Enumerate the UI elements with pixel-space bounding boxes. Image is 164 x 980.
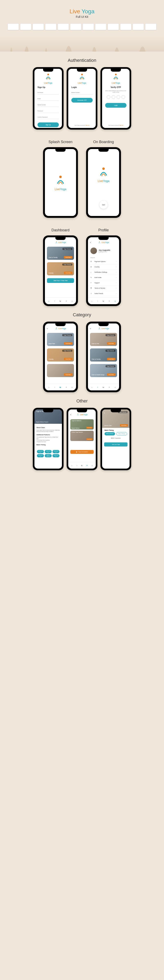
nav-profile-icon[interactable]: ☺ [71, 299, 74, 302]
nav-home-icon[interactable]: ⌂ [90, 299, 93, 302]
nav-meditate-icon[interactable]: ☯ [80, 464, 84, 467]
svg-point-0 [47, 74, 49, 75]
know-more-button[interactable]: Know More [86, 427, 92, 429]
know-more-button[interactable]: Know More [64, 256, 72, 259]
nav-home-icon[interactable]: ⌂ [47, 385, 50, 389]
dashboard-card[interactable]: Yoga Therapy Obesity Know More [47, 262, 74, 275]
svg-point-5 [56, 241, 57, 242]
name-field[interactable] [37, 91, 59, 95]
join-button[interactable]: Join Live Yoga [104, 442, 127, 447]
free-trial-button[interactable]: Start Your 7 Free Trial [47, 278, 74, 283]
generate-otp-button[interactable]: Generate OTP [71, 98, 93, 103]
nav-more-icon[interactable]: ≡ [108, 299, 111, 302]
category-card[interactable]: Yoga TherapyObesityKnow More [47, 348, 74, 361]
back-icon[interactable]: ‹ [104, 412, 105, 414]
nav-pose-icon[interactable]: ♀ [75, 464, 79, 467]
yoga-silhouettes [0, 35, 164, 52]
footer-link: Don't have an account? Sign Up [68, 123, 96, 128]
nav-profile-icon[interactable]: ☺ [71, 385, 74, 389]
nav-pose-icon[interactable]: ♀ [53, 385, 56, 389]
know-more-button[interactable]: Know More [120, 424, 128, 426]
know-more-button[interactable]: Know More [107, 342, 116, 345]
nav-pose-icon[interactable]: ♀ [53, 299, 56, 302]
support-item[interactable]: ?Support› [88, 280, 119, 286]
know-more-button[interactable]: Know More [64, 342, 72, 345]
know-more-button[interactable]: Know More [107, 358, 116, 360]
know-more-button[interactable]: Know More [64, 272, 72, 274]
country-item[interactable]: ⊕Country› [88, 264, 119, 270]
nav-home-icon[interactable]: ⌂ [70, 464, 73, 467]
nav-meditate-icon[interactable]: ☯ [59, 299, 62, 302]
thumb [120, 24, 132, 30]
signup-link[interactable]: Sign Up [119, 125, 123, 126]
nav-profile-icon[interactable]: ☺ [114, 299, 117, 302]
terms-item[interactable]: ⛨Terms of Service› [88, 286, 119, 291]
dashboard-card[interactable]: Yoga Classes One to Family Know More [47, 247, 74, 260]
time-chip[interactable]: 6:00 to 6:45 am [105, 432, 115, 436]
back-icon[interactable]: ‹ [70, 413, 71, 416]
start-button[interactable]: Start [100, 200, 108, 209]
nav-profile-icon[interactable]: ☺ [114, 385, 117, 389]
mobile-field[interactable] [37, 103, 59, 107]
know-more-button[interactable]: Know More [107, 374, 116, 376]
profile-name: Joy Augustin [99, 249, 110, 251]
nav-more-icon[interactable]: ≡ [64, 299, 68, 302]
signup-button[interactable]: Sign Up [37, 123, 59, 127]
nav-meditate-icon[interactable]: ☯ [102, 299, 105, 302]
time-chip[interactable]: 7:00 to 7:45 am [116, 432, 127, 436]
phone-wellness: ‹ LiveYoga Yoga for WellnessRegular Well… [67, 408, 97, 470]
page-header: Live Yoga Full UI Kit [0, 4, 164, 21]
edit-profile-item[interactable]: ✎Edit Profile› [88, 275, 119, 280]
nav-more-icon[interactable]: ≡ [64, 385, 68, 389]
category-card[interactable]: Know More [47, 364, 74, 377]
nav-meditate-icon[interactable]: ☯ [59, 385, 62, 389]
confirm-field[interactable] [37, 115, 59, 119]
know-more-button[interactable]: Know More [64, 358, 72, 360]
phone-category-classes: ‹ LiveYoga Yoga ClassesOne to OneKnow Mo… [86, 321, 121, 392]
time-chip[interactable]: 9:00 to 9:45 am [37, 454, 44, 457]
otp-inputs[interactable] [105, 95, 127, 99]
thumb [83, 24, 94, 30]
nav-profile-icon[interactable]: ☺ [91, 464, 94, 467]
mobile-field[interactable] [71, 91, 93, 95]
invite-item[interactable]: ☺Invite Friends› [88, 291, 119, 296]
email-field[interactable] [37, 97, 59, 101]
category-card[interactable]: Yoga ClassesOne to OneKnow More [90, 333, 117, 346]
consultation-button[interactable]: ☎Yoga Consultation [70, 450, 94, 454]
nav-home-icon[interactable]: ⌂ [90, 385, 93, 389]
category-card[interactable]: Yoga ClassesOne to FamilyKnow More [90, 348, 117, 361]
know-more-button[interactable]: Know More [64, 374, 72, 376]
nav-home-icon[interactable]: ⌂ [47, 299, 50, 302]
price-label: $199 / 2 sessions [105, 438, 127, 439]
time-chip[interactable]: 8:00 to 8:45 am [53, 450, 59, 453]
notifications-item[interactable]: ♪Notification Settings› [88, 270, 119, 275]
nav-meditate-icon[interactable]: ☯ [102, 385, 105, 389]
signup-link[interactable]: Sign Up [86, 125, 89, 126]
profile-email: joy@augustin.com [99, 251, 110, 253]
payment-options-item[interactable]: ⊟Payment Options› [88, 259, 119, 264]
password-field[interactable] [37, 109, 59, 113]
back-icon[interactable]: ‹ [47, 327, 48, 330]
card-label: Yoga Classes [106, 350, 116, 352]
thumb [95, 24, 106, 30]
time-chip[interactable]: 7:00 to 7:45 am [45, 450, 51, 453]
otp-login-button[interactable]: Login [105, 103, 127, 108]
back-icon[interactable]: ‹ [90, 241, 91, 244]
wellness-card[interactable]: Yoga for WellnessRegular WellnessKnow Mo… [70, 419, 94, 430]
nav-pose-icon[interactable]: ♀ [96, 299, 100, 302]
time-chip[interactable]: 10:00 to 10:45 am [45, 454, 51, 457]
time-chip[interactable]: 6:00 to 6:45 am [37, 450, 44, 453]
back-icon[interactable]: ‹ [90, 327, 91, 330]
card-label: Yoga Therapy [62, 264, 72, 266]
know-more-button[interactable]: Know More [86, 438, 92, 440]
bottom-nav: ⌂ ♀ ☯ ≡ ☺ [88, 383, 119, 390]
nav-pose-icon[interactable]: ♀ [96, 385, 100, 389]
phone-dashboard: LiveYoga Yoga Classes One to Family Know… [43, 235, 78, 306]
wellness-card[interactable]: Online Yoga SessionKnow More [70, 431, 94, 441]
category-card[interactable]: Yoga ClassesOne to Small GroupKnow More [90, 364, 117, 377]
nav-more-icon[interactable]: ≡ [108, 385, 111, 389]
time-chip[interactable]: 5:00 to 5:45 pm [53, 454, 59, 457]
bottom-nav: ⌂ ♀ ☯ ≡ ☺ [88, 298, 119, 304]
nav-more-icon[interactable]: ≡ [85, 464, 89, 467]
category-card[interactable]: Yoga TherapyBack PainKnow More [47, 333, 74, 346]
